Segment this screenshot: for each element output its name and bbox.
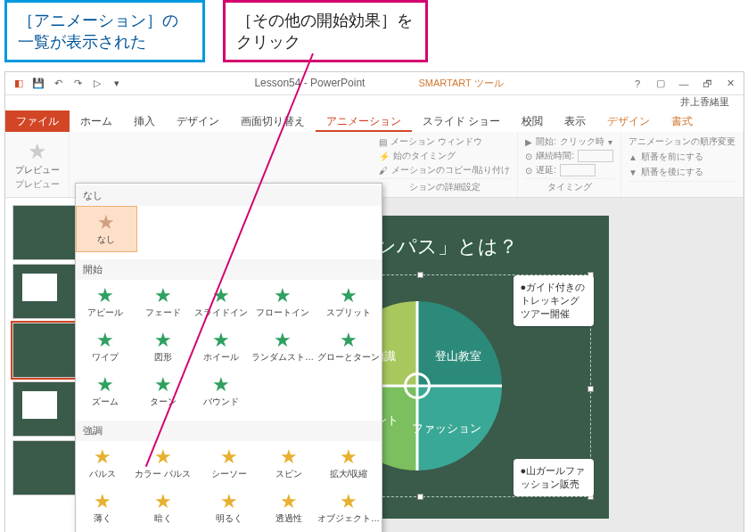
minimize-button[interactable]: —	[674, 76, 694, 92]
move-later-button[interactable]: ▼順番を後にする	[629, 166, 735, 178]
preview-group-label: プレビュー	[15, 176, 60, 191]
anim-entrance-item[interactable]: ★スライドイン	[192, 280, 250, 324]
anim-entrance-item[interactable]: ★図形	[134, 324, 192, 369]
start-from-beginning-button[interactable]: ▷	[89, 76, 105, 92]
ribbon-tabs: ファイル ホーム 挿入 デザイン 画面切り替え アニメーション スライド ショー…	[5, 110, 744, 132]
preview-star-icon: ★	[28, 139, 47, 164]
down-arrow-icon: ▼	[629, 168, 637, 177]
star-icon: ★	[198, 491, 260, 512]
anim-emphasis-item[interactable]: ★明るく	[196, 486, 262, 530]
move-earlier-button[interactable]: ▲順番を前にする	[629, 151, 735, 163]
start-play-icon: ▶	[525, 137, 532, 147]
note-bottom[interactable]: ●山ガールファッション販売	[514, 459, 594, 496]
help-button[interactable]: ?	[628, 76, 647, 92]
gallery-section-emphasis: 強調	[76, 421, 382, 441]
tab-review[interactable]: 校閲	[511, 110, 554, 132]
star-icon: ★	[78, 330, 132, 351]
anim-entrance-item[interactable]: ★ワイプ	[76, 324, 134, 369]
tab-view[interactable]: 表示	[554, 110, 596, 132]
tab-design[interactable]: デザイン	[166, 110, 230, 132]
start-label: 開始:	[536, 135, 556, 148]
anim-entrance-item[interactable]: ★フロートイン	[250, 280, 316, 324]
quadrant-br[interactable]: ファッション	[412, 421, 481, 437]
ribbon-display-button[interactable]: ▢	[651, 76, 670, 92]
star-icon: ★	[136, 374, 190, 396]
title-bar: ◧ 💾 ↶ ↷ ▷ ▾ Lesson54 - PowerPoint SMARTA…	[5, 72, 744, 95]
note-top[interactable]: ●ガイド付きのトレッキングツアー開催	[514, 275, 594, 326]
anim-emphasis-item[interactable]: ★パルス	[76, 441, 130, 486]
undo-button[interactable]: ↶	[50, 76, 66, 92]
anim-entrance-item[interactable]: ★ホイール	[192, 324, 250, 369]
anim-entrance-item[interactable]: ★ターン	[134, 369, 192, 413]
anim-emphasis-item[interactable]: ★薄く	[76, 486, 130, 530]
app-icon[interactable]: ◧	[11, 76, 27, 92]
tab-animations[interactable]: アニメーション	[316, 110, 412, 132]
tab-file[interactable]: ファイル	[5, 110, 70, 132]
account-name[interactable]: 井上香緒里	[680, 96, 729, 107]
tab-slideshow[interactable]: スライド ショー	[412, 110, 511, 132]
anim-entrance-item[interactable]: ★フェード	[134, 280, 192, 324]
star-icon: ★	[317, 330, 380, 351]
anim-entrance-item[interactable]: ★グローとターン	[316, 324, 382, 369]
anim-emphasis-item[interactable]: ★シーソー	[196, 441, 262, 486]
duration-input[interactable]	[578, 150, 613, 162]
anim-entrance-item[interactable]: ★ランダムスト…	[250, 324, 316, 369]
anim-emphasis-item[interactable]: ★スピン	[262, 441, 316, 486]
up-arrow-icon: ▲	[629, 152, 637, 162]
quadrant-tr[interactable]: 登山教室	[435, 348, 481, 364]
gallery-section-entrance: 開始	[76, 259, 382, 280]
tab-insert[interactable]: 挿入	[123, 110, 166, 132]
anim-emphasis-item[interactable]: ★オブジェクト…	[316, 486, 382, 530]
duration-label: 継続時間:	[536, 150, 574, 162]
tab-smartart-design[interactable]: デザイン	[596, 110, 661, 132]
timing-group-label: タイミング	[525, 178, 613, 193]
reorder-title: アニメーションの順序変更	[629, 135, 735, 148]
star-icon: ★	[78, 374, 132, 396]
qat-customize-icon[interactable]: ▾	[109, 76, 125, 92]
anim-indicator-icon: ★	[5, 484, 6, 494]
animation-painter-button[interactable]: 🖌メーションのコピー/貼り付け	[379, 164, 510, 176]
star-icon: ★	[193, 374, 248, 396]
star-icon: ★	[251, 285, 314, 307]
window-title: Lesson54 - PowerPoint	[254, 77, 365, 90]
tab-home[interactable]: ホーム	[70, 110, 123, 132]
tab-transitions[interactable]: 画面切り替え	[230, 110, 316, 132]
preview-button[interactable]: ★ プレビュー プレビュー	[5, 132, 70, 197]
callout-blue: ［アニメーション］の一覧が表示された	[4, 0, 205, 62]
anim-emphasis-item[interactable]: ★拡大/収縮	[316, 441, 382, 486]
close-button[interactable]: ✕	[720, 76, 740, 92]
save-button[interactable]: 💾	[30, 76, 46, 92]
redo-button[interactable]: ↷	[70, 76, 86, 92]
restore-button[interactable]: 🗗	[697, 76, 717, 92]
star-icon: ★	[193, 330, 248, 351]
delay-input[interactable]	[560, 164, 596, 176]
animation-gallery: なし ★なし 開始 ★アピール★フェード★スライドイン★フロートイン★スプリット…	[75, 183, 382, 532]
start-dropdown[interactable]: クリック時	[560, 135, 604, 148]
star-icon: ★	[136, 285, 190, 307]
trigger-button[interactable]: ⚡始のタイミング	[379, 150, 510, 162]
contextual-tool-label: SMARTART ツール	[418, 77, 503, 90]
animation-pane-button[interactable]: ▤メーション ウィンドウ	[379, 135, 510, 148]
anim-indicator-icon: ★	[5, 249, 6, 258]
anim-none[interactable]: ★なし	[76, 206, 137, 252]
gallery-section-none: なし	[76, 185, 382, 206]
star-icon: ★	[132, 491, 194, 512]
anim-entrance-item[interactable]: ★バウンド	[192, 369, 250, 413]
anim-emphasis-item[interactable]: ★暗く	[130, 486, 196, 530]
anim-emphasis-item[interactable]: ★透過性	[262, 486, 316, 530]
delay-icon: ⊙	[525, 166, 532, 176]
star-icon: ★	[317, 446, 380, 468]
pane-icon: ▤	[379, 137, 387, 147]
anim-entrance-item[interactable]: ★アピール	[76, 280, 134, 324]
reorder-group: アニメーションの順序変更 ▲順番を前にする ▼順番を後にする	[621, 132, 744, 197]
anim-entrance-item[interactable]: ★ズーム	[76, 369, 134, 413]
callout-pink: ［その他の開始効果］をクリック	[223, 0, 428, 62]
star-icon: ★	[132, 446, 194, 468]
painter-icon: 🖌	[379, 166, 388, 176]
advanced-animation-group: ▤メーション ウィンドウ ⚡始のタイミング 🖌メーションのコピー/貼り付け ショ…	[372, 132, 518, 197]
anim-emphasis-item[interactable]: ★カラー パルス	[130, 441, 196, 486]
tab-smartart-format[interactable]: 書式	[661, 110, 703, 132]
advanced-group-label: ションの詳細設定	[379, 178, 510, 193]
anim-entrance-item[interactable]: ★スプリット	[316, 280, 382, 324]
duration-icon: ⊙	[525, 151, 532, 161]
